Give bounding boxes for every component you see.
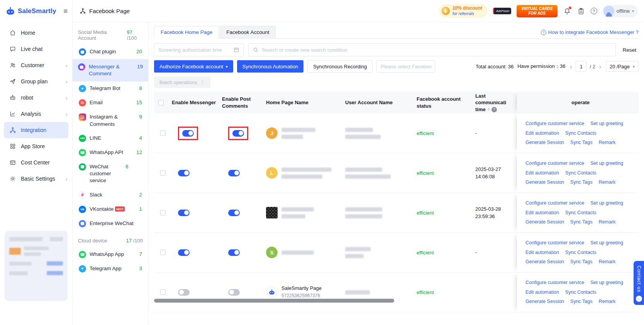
help-icon[interactable] xyxy=(591,8,597,14)
notifications-bell-icon[interactable] xyxy=(563,7,571,15)
sync-tags-link[interactable]: Sync Tags xyxy=(570,178,592,187)
set-up-greeting-link[interactable]: Set up greeting xyxy=(590,278,623,287)
remark-link[interactable]: Remark xyxy=(599,257,616,266)
configure-customer-service-link[interactable]: Configure customer service xyxy=(525,119,584,128)
enable-messenger-toggle[interactable] xyxy=(178,210,190,216)
enable-messenger-toggle[interactable] xyxy=(178,170,190,176)
remark-link[interactable]: Remark xyxy=(599,218,616,227)
configure-customer-service-link[interactable]: Configure customer service xyxy=(525,199,584,208)
enable-post-comments-togg le[interactable] xyxy=(228,249,240,256)
referral-discount-badge[interactable]: 10% discount for referrals xyxy=(439,4,488,17)
column-help-icon[interactable] xyxy=(491,107,497,112)
set-up-greeting-link[interactable]: Set up greeting xyxy=(590,119,623,128)
channel-item-slack[interactable]: Slack 2 xyxy=(77,188,144,202)
authorization-time-filter[interactable] xyxy=(154,43,244,56)
sidebar-item-customer[interactable]: Customer xyxy=(0,57,72,73)
select-all-checkbox[interactable] xyxy=(158,100,164,105)
channel-item-whatsapp-app[interactable]: WhatsApp App 7 xyxy=(77,247,144,262)
channel-item-telegram-bot[interactable]: Telegram Bot 8 xyxy=(77,81,144,96)
configure-customer-service-link[interactable]: Configure customer service xyxy=(525,278,584,287)
horizontal-scrollbar[interactable] xyxy=(154,299,394,303)
sync-contacts-link[interactable]: Sync Contacts xyxy=(565,248,597,257)
sync-contacts-link[interactable]: Sync Contacts xyxy=(565,169,597,178)
enable-messenger-toggle[interactable] xyxy=(178,289,190,296)
tab-facebook-home-page[interactable]: Facebook Home Page xyxy=(154,26,219,39)
row-checkbox[interactable] xyxy=(160,210,166,215)
edit-automation-link[interactable]: Edit automation xyxy=(525,248,559,257)
sidebar-item-app-store[interactable]: App Store xyxy=(0,138,72,154)
enable-post-comments-toggle[interactable] xyxy=(228,170,240,176)
enable-post-comments-toggle[interactable] xyxy=(232,130,244,137)
facebook-select[interactable] xyxy=(376,60,435,73)
row-checkbox[interactable] xyxy=(160,250,166,255)
sidebar-item-live-chat[interactable]: Live chat xyxy=(0,41,72,57)
set-up-greeting-link[interactable]: Set up greeting xyxy=(590,199,623,208)
sync-contacts-link[interactable]: Sync Contacts xyxy=(565,129,597,138)
generate-session-link[interactable]: Generate Session xyxy=(525,138,564,147)
enable-post-comments-toggle[interactable] xyxy=(228,289,240,296)
sidebar-item-group-plan[interactable]: Group plan xyxy=(0,73,72,90)
sync-contacts-link[interactable]: Sync Contacts xyxy=(565,288,597,297)
sidebar-item-home[interactable]: Home xyxy=(0,25,72,41)
channel-item-email[interactable]: Email 15 xyxy=(77,96,144,110)
generate-session-link[interactable]: Generate Session xyxy=(525,218,564,227)
sidebar-item-integration[interactable]: Integration xyxy=(4,122,68,138)
search-input[interactable] xyxy=(262,47,612,53)
edit-automation-link[interactable]: Edit automation xyxy=(525,169,559,178)
remark-link[interactable]: Remark xyxy=(599,178,616,187)
sync-tags-link[interactable]: Sync Tags xyxy=(570,257,592,266)
synchronous-automation-button[interactable]: Synchronous Automation xyxy=(237,60,304,73)
channel-item-messenger-comment[interactable]: Messenger & Comment 19 xyxy=(73,59,148,81)
page-size-select[interactable]: 20 /Page xyxy=(606,61,639,72)
generate-session-link[interactable]: Generate Session xyxy=(525,257,564,266)
integration-help-link[interactable]: How to integrate Facebook Messenger ? xyxy=(541,29,639,38)
sync-tags-link[interactable]: Sync Tags xyxy=(570,218,592,227)
channel-item-instagram[interactable]: Instagram & Comments 9 xyxy=(77,110,144,131)
row-checkbox[interactable] xyxy=(160,130,166,136)
sync-tags-link[interactable]: Sync Tags xyxy=(570,138,592,147)
reset-button[interactable]: Reset xyxy=(620,47,639,53)
channel-item-vkontakte[interactable]: VKontakteHOT 1 xyxy=(77,202,144,217)
channel-item-telegram-app[interactable]: Telegram App 3 xyxy=(77,262,144,276)
channel-item-enterprise-wechat[interactable]: Enterprise WeChat xyxy=(77,217,144,231)
previous-page-button[interactable] xyxy=(569,63,573,70)
sync-contacts-link[interactable]: Sync Contacts xyxy=(565,208,597,217)
enable-messenger-toggle[interactable] xyxy=(182,130,194,137)
tab-facebook-account[interactable]: Facebook Account xyxy=(220,26,276,38)
authorize-facebook-button[interactable]: Authorize Facebook account xyxy=(154,60,233,73)
sidebar-item-robot[interactable]: robot xyxy=(0,90,72,106)
search-condition-box[interactable] xyxy=(248,43,616,56)
current-page-button[interactable]: 1 xyxy=(576,61,586,72)
next-page-button[interactable] xyxy=(598,63,602,70)
edit-automation-link[interactable]: Edit automation xyxy=(525,208,559,217)
user-status-dropdown[interactable]: offline xyxy=(603,5,638,17)
edit-automation-link[interactable]: Edit automation xyxy=(525,129,559,138)
edit-automation-link[interactable]: Edit automation xyxy=(525,288,559,297)
channel-item-wechat-customer-service[interactable]: WeChat customer service 6 xyxy=(77,160,144,188)
clipboard-icon[interactable] xyxy=(577,7,585,15)
adspower-badge[interactable]: AdsPower xyxy=(493,8,511,15)
channel-item-chat-plugin[interactable]: Chat plugin 20 xyxy=(77,45,144,59)
channel-item-whatsapp-api[interactable]: WhatsApp API 12 xyxy=(77,146,144,160)
sidebar-item-analysis[interactable]: Analysis xyxy=(0,106,72,122)
row-checkbox[interactable] xyxy=(160,170,166,176)
enable-messenger-toggle[interactable] xyxy=(178,249,190,256)
sidebar-item-basic-settings[interactable]: Basic Settings xyxy=(0,171,72,187)
synchronous-recording-button[interactable]: Synchronous Recording xyxy=(307,60,373,73)
sync-tags-link[interactable]: Sync Tags xyxy=(570,297,592,306)
authorization-time-input[interactable] xyxy=(158,47,230,53)
virtual-cards-badge[interactable]: VIRTUAL CARDS FOR ADS xyxy=(517,5,557,17)
remark-link[interactable]: Remark xyxy=(599,138,616,147)
collapse-sidebar-icon[interactable] xyxy=(63,8,68,15)
batch-operations-button[interactable]: Batch operations xyxy=(154,76,210,88)
sidebar-item-cost-center[interactable]: Cost Center xyxy=(0,154,72,171)
row-checkbox[interactable] xyxy=(160,289,166,295)
set-up-greeting-link[interactable]: Set up greeting xyxy=(590,159,623,168)
facebook-select-input[interactable] xyxy=(381,64,449,69)
set-up-greeting-link[interactable]: Set up greeting xyxy=(590,239,623,247)
generate-session-link[interactable]: Generate Session xyxy=(525,178,564,187)
generate-session-link[interactable]: Generate Session xyxy=(525,297,564,306)
channel-item-line[interactable]: LINE 4 xyxy=(77,131,144,146)
remark-link[interactable]: Remark xyxy=(599,297,616,306)
configure-customer-service-link[interactable]: Configure customer service xyxy=(525,159,584,168)
